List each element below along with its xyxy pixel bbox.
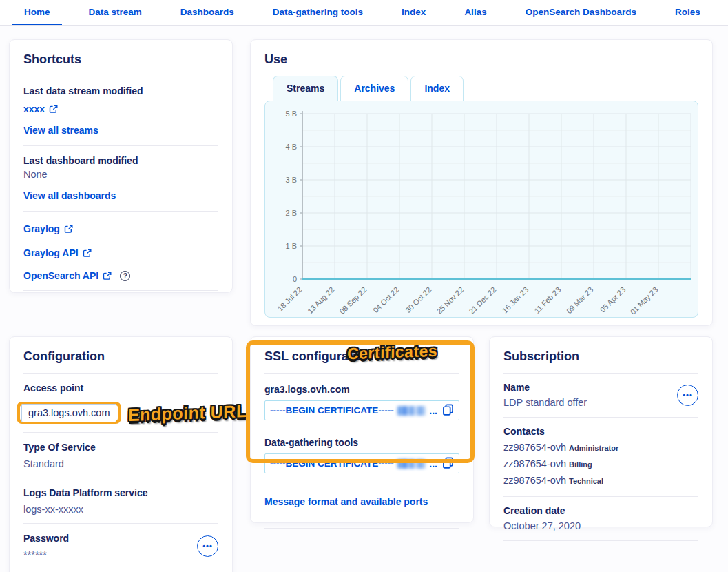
last-stream-link[interactable]: xxxx — [23, 103, 58, 114]
subscription-name-actions-button[interactable] — [677, 385, 698, 406]
truncation-ellipsis: ... — [429, 458, 437, 469]
contact-role: Billing — [569, 460, 592, 469]
message-format-ports-link[interactable]: Message format and available ports — [264, 496, 428, 507]
endpoint-highlight-box: gra3.logs.ovh.com — [17, 402, 121, 424]
ssl-endpoint-cert-field: -----BEGIN CERTIFICATE----- ... — [264, 400, 459, 420]
nav-tab-data-stream[interactable]: Data stream — [77, 0, 154, 25]
certificate-text: -----BEGIN CERTIFICATE----- — [270, 458, 394, 469]
usage-card: Use Streams Archives Index 01 B2 B3 B4 B… — [250, 39, 713, 326]
nav-tab-home[interactable]: Home — [12, 0, 62, 25]
tab-streams[interactable]: Streams — [273, 76, 338, 101]
nav-tab-data-gathering-tools[interactable]: Data-gathering tools — [261, 0, 375, 25]
ssl-tools-cert-label: Data-gathering tools — [264, 437, 459, 448]
svg-text:13 Aug 22: 13 Aug 22 — [306, 285, 336, 316]
graylog-api-link-label: Graylog API — [23, 247, 79, 258]
type-of-service-section: Type Of Service Standard — [23, 433, 218, 478]
api-tokens-section: API tokens ? 0 — [23, 569, 218, 572]
subscription-name-section: Name LDP standard offer — [503, 374, 698, 417]
creation-date-value: October 27, 2020 — [503, 520, 581, 531]
external-link-icon — [103, 272, 112, 280]
contact-row: zz987654-ovhAdministrator — [503, 440, 698, 455]
svg-text:01 May 23: 01 May 23 — [629, 285, 660, 316]
graylog-api-link[interactable]: Graylog API — [23, 247, 92, 258]
nav-tab-index[interactable]: Index — [390, 0, 437, 25]
external-link-icon — [83, 249, 92, 258]
last-dashboard-label: Last dashboard modified — [23, 155, 218, 166]
copy-certificate-button[interactable] — [442, 404, 454, 418]
svg-text:09 Mar 23: 09 Mar 23 — [565, 285, 595, 316]
endpoint-url-annotation: Endpoint URL — [128, 400, 247, 425]
divider — [264, 528, 459, 529]
svg-text:18 Jul 22: 18 Jul 22 — [275, 285, 303, 313]
service-name-value: logs-xx-xxxxx — [23, 504, 218, 515]
contact-row: zz987654-ovhTechnical — [503, 473, 698, 488]
subscription-name-label: Name — [503, 382, 587, 393]
svg-text:4 B: 4 B — [285, 143, 297, 151]
external-link-icon — [49, 105, 58, 114]
subscription-name-value: LDP standard offer — [503, 397, 587, 408]
last-stream-label: Last data stream modified — [23, 85, 218, 96]
password-label: Password — [23, 533, 69, 544]
nav-tab-opensearch-dashboards[interactable]: OpenSearch Dashboards — [514, 0, 648, 25]
shortcuts-card: Shortcuts Last data stream modified xxxx… — [9, 39, 233, 293]
contact-name: zz987654-ovh — [503, 442, 566, 453]
last-dashboard-section: Last dashboard modified None View all da… — [23, 146, 218, 211]
password-section: Password ****** — [23, 524, 218, 569]
creation-date-section: Creation date October 27, 2020 — [503, 497, 698, 540]
graylog-link[interactable]: Graylog — [23, 223, 73, 234]
configuration-title: Configuration — [23, 349, 218, 364]
view-all-streams-link[interactable]: View all streams — [23, 125, 98, 136]
divider — [264, 373, 459, 374]
tab-archives[interactable]: Archives — [340, 76, 408, 101]
copy-icon — [442, 457, 454, 471]
svg-text:5 B: 5 B — [285, 110, 297, 118]
contacts-label: Contacts — [503, 426, 698, 437]
access-point-value: gra3.logs.ovh.com — [21, 404, 116, 422]
last-stream-link-label: xxxx — [23, 103, 45, 114]
usage-chart: 01 B2 B3 B4 B5 B18 Jul 2213 Aug 2208 Sep… — [265, 101, 698, 317]
subscription-title: Subscription — [503, 349, 698, 364]
divider — [23, 290, 218, 291]
redacted-certificate-content — [397, 459, 426, 469]
view-all-dashboards-link[interactable]: View all dashboards — [23, 190, 116, 201]
svg-text:04 Oct 22: 04 Oct 22 — [371, 285, 400, 314]
redacted-certificate-content — [397, 406, 426, 416]
usage-tabs: Streams Archives Index — [273, 76, 698, 101]
svg-text:1 B: 1 B — [285, 242, 297, 250]
certificates-annotation: Certificates — [347, 342, 438, 364]
svg-text:08 Sep 22: 08 Sep 22 — [337, 285, 368, 316]
nav-tab-alias[interactable]: Alias — [453, 0, 498, 25]
service-name-label: Logs Data Platform service — [23, 487, 148, 498]
ovh-ldp-home-page: Home Data stream Dashboards Data-gatheri… — [0, 0, 728, 572]
last-stream-section: Last data stream modified xxxx View all … — [23, 76, 218, 145]
help-icon[interactable]: ? — [120, 271, 130, 281]
svg-text:21 Dec 22: 21 Dec 22 — [467, 285, 497, 316]
ssl-tools-cert-field: -----BEGIN CERTIFICATE----- ... — [264, 453, 459, 473]
nav-tab-dashboards[interactable]: Dashboards — [169, 0, 246, 25]
usage-title: Use — [264, 52, 698, 67]
usage-chart-panel: 01 B2 B3 B4 B5 B18 Jul 2213 Aug 2208 Sep… — [264, 101, 698, 318]
contact-row: zz987654-ovhBilling — [503, 457, 698, 471]
last-dashboard-value: None — [23, 169, 48, 180]
contact-role: Technical — [569, 477, 603, 485]
copy-certificate-button[interactable] — [442, 457, 454, 471]
truncation-ellipsis: ... — [429, 405, 437, 416]
graylog-link-label: Graylog — [23, 223, 60, 234]
divider — [503, 540, 698, 541]
ssl-configuration-card: Certificates SSL configuration gra3.logs… — [250, 336, 474, 523]
top-navigation: Home Data stream Dashboards Data-gatheri… — [0, 0, 728, 26]
copy-icon — [442, 404, 454, 418]
svg-text:30 Oct 22: 30 Oct 22 — [404, 285, 433, 314]
password-value: ****** — [23, 549, 69, 560]
svg-text:25 Nov 22: 25 Nov 22 — [435, 285, 465, 316]
svg-text:0: 0 — [293, 275, 297, 283]
contact-name: zz987654-ovh — [503, 475, 566, 486]
subscription-card: Subscription Name LDP standard offer Con… — [489, 336, 713, 527]
external-tools-section: Graylog Graylog API OpenSearch API — [23, 212, 218, 290]
tab-index[interactable]: Index — [410, 76, 464, 101]
service-name-section: Logs Data Platform service logs-xx-xxxxx — [23, 478, 218, 523]
svg-text:16 Jan 23: 16 Jan 23 — [501, 285, 530, 315]
password-actions-button[interactable] — [197, 535, 218, 557]
nav-tab-roles[interactable]: Roles — [663, 0, 712, 25]
opensearch-api-link[interactable]: OpenSearch API — [23, 270, 112, 281]
